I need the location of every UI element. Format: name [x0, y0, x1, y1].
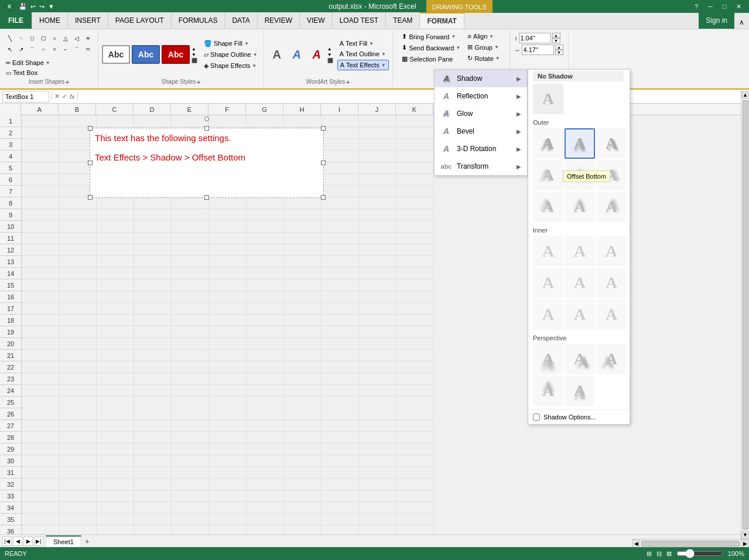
grid-cell[interactable]: [172, 326, 209, 338]
grid-cell[interactable]: [209, 303, 247, 315]
grid-cell[interactable]: [134, 502, 172, 514]
grid-cell[interactable]: [284, 490, 322, 502]
grid-cell[interactable]: [97, 256, 134, 268]
bevel-item[interactable]: A Bevel ▶: [435, 122, 527, 140]
grid-cell[interactable]: [284, 361, 322, 373]
grid-cell[interactable]: [134, 385, 172, 397]
help-btn[interactable]: ?: [690, 3, 702, 11]
edit-shape-btn[interactable]: ✏ Edit Shape ▼: [4, 58, 53, 67]
grid-cell[interactable]: [134, 221, 172, 233]
grid-cell[interactable]: [172, 244, 209, 256]
grid-cell[interactable]: [22, 443, 59, 455]
grid-cell[interactable]: [396, 127, 434, 139]
grid-cell[interactable]: [209, 443, 247, 455]
grid-cell[interactable]: [322, 467, 359, 479]
grid-cell[interactable]: [172, 291, 209, 303]
grid-cell[interactable]: [322, 291, 359, 303]
grid-cell[interactable]: [322, 338, 359, 350]
grid-cell[interactable]: [396, 151, 434, 162]
tab-view[interactable]: VIEW: [300, 12, 333, 29]
grid-cell[interactable]: [22, 326, 59, 338]
grid-cell[interactable]: [396, 455, 434, 467]
grid-cell[interactable]: [322, 233, 359, 244]
wordart-expand[interactable]: ⬙: [346, 79, 350, 84]
grid-cell[interactable]: [134, 209, 172, 221]
grid-cell[interactable]: [247, 467, 284, 479]
grid-cell[interactable]: [247, 373, 284, 385]
grid-cell[interactable]: [22, 197, 59, 209]
grid-cell[interactable]: [359, 514, 396, 525]
grid-cell[interactable]: [247, 244, 284, 256]
grid-cell[interactable]: [97, 279, 134, 291]
max-btn[interactable]: □: [719, 3, 730, 11]
selection-pane-btn[interactable]: ▦ Selection Pane: [399, 54, 463, 64]
grid-cell[interactable]: [59, 479, 97, 490]
shape6[interactable]: ⌐: [60, 44, 71, 54]
handle-mr[interactable]: [321, 161, 326, 165]
grid-cell[interactable]: [59, 209, 97, 221]
sheet-next-btn[interactable]: ▶: [23, 537, 33, 546]
shape8[interactable]: ⊓: [83, 44, 93, 54]
grid-cell[interactable]: [284, 338, 322, 350]
close-btn[interactable]: ✕: [733, 3, 744, 11]
grid-cell[interactable]: [247, 291, 284, 303]
grid-cell[interactable]: [284, 408, 322, 420]
width-input[interactable]: [522, 45, 554, 55]
grid-cell[interactable]: [172, 397, 209, 408]
grid-cell[interactable]: [134, 315, 172, 326]
glow-item[interactable]: A Glow ▶: [435, 105, 527, 122]
grid-cell[interactable]: [59, 221, 97, 233]
grid-cell[interactable]: [97, 326, 134, 338]
grid-cell[interactable]: [359, 151, 396, 162]
grid-cell[interactable]: [97, 233, 134, 244]
grid-cell[interactable]: [172, 233, 209, 244]
outer-1[interactable]: A: [533, 128, 563, 159]
grid-cell[interactable]: [359, 268, 396, 279]
handle-tr[interactable]: [321, 126, 326, 131]
grid-cell[interactable]: [284, 256, 322, 268]
shape3[interactable]: ⌒: [27, 44, 37, 54]
v-scroll-down[interactable]: ▼: [741, 531, 750, 539]
shape-outline-btn[interactable]: ▱ Shape Outline ▼: [201, 50, 260, 60]
grid-cell[interactable]: [322, 373, 359, 385]
sign-in-btn[interactable]: Sign in: [699, 12, 734, 29]
grid-cell[interactable]: [134, 326, 172, 338]
grid-cell[interactable]: [322, 432, 359, 443]
grid-cell[interactable]: [97, 209, 134, 221]
add-sheet-btn[interactable]: +: [81, 535, 93, 547]
function-icon[interactable]: fx: [70, 93, 75, 100]
grid-cell[interactable]: [22, 432, 59, 443]
grid-cell[interactable]: [172, 502, 209, 514]
grid-cell[interactable]: [97, 115, 134, 127]
inner-6[interactable]: A: [596, 268, 627, 298]
name-box[interactable]: [2, 91, 49, 103]
outer-6[interactable]: A: [596, 160, 627, 190]
grid-cell[interactable]: [22, 420, 59, 432]
grid-cell[interactable]: [396, 490, 434, 502]
grid-cell[interactable]: [172, 221, 209, 233]
reflection-item[interactable]: A Reflection ▶: [435, 87, 527, 105]
grid-cell[interactable]: [284, 291, 322, 303]
grid-cell[interactable]: [172, 209, 209, 221]
grid-cell[interactable]: [396, 397, 434, 408]
width-down[interactable]: ▼: [555, 50, 563, 55]
h-scroll-right[interactable]: ▶: [741, 539, 749, 548]
grid-cell[interactable]: [359, 397, 396, 408]
grid-cell[interactable]: [59, 432, 97, 443]
grid-cell[interactable]: [322, 326, 359, 338]
grid-cell[interactable]: [359, 303, 396, 315]
grid-cell[interactable]: [359, 186, 396, 197]
grid-cell[interactable]: [134, 467, 172, 479]
grid-cell[interactable]: [284, 233, 322, 244]
grid-cell[interactable]: [134, 279, 172, 291]
shape7[interactable]: ⌒: [71, 44, 82, 54]
grid-cell[interactable]: [22, 209, 59, 221]
grid-cell[interactable]: [396, 432, 434, 443]
grid-cell[interactable]: [59, 490, 97, 502]
grid-cell[interactable]: [284, 385, 322, 397]
grid-cell[interactable]: [22, 186, 59, 197]
grid-cell[interactable]: [134, 233, 172, 244]
grid-cell[interactable]: [247, 221, 284, 233]
grid-cell[interactable]: [209, 115, 247, 127]
grid-cell[interactable]: [172, 443, 209, 455]
